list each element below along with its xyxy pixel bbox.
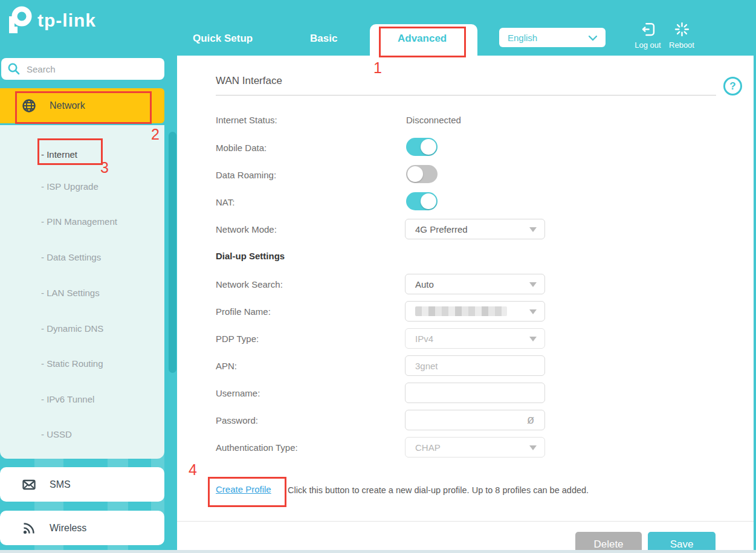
auth-type-value: CHAP xyxy=(415,442,441,453)
envelope-icon xyxy=(22,477,36,492)
data-roaming-label: Data Roaming: xyxy=(216,170,276,180)
dropdown-arrow-icon xyxy=(529,445,537,450)
page-title: WAN Interface xyxy=(216,75,282,87)
help-icon[interactable]: ? xyxy=(723,77,742,95)
submenu-item-isp-upgrade[interactable]: - ISP Upgrade xyxy=(41,181,99,192)
chevron-down-icon xyxy=(589,36,597,41)
password-input[interactable] xyxy=(405,410,545,430)
tp-link-logo-icon xyxy=(6,5,33,36)
sidebar-item-wireless-label: Wireless xyxy=(50,523,86,534)
brand-text: tp-link xyxy=(37,10,96,31)
network-mode-label: Network Mode: xyxy=(216,224,277,234)
toggle-knob xyxy=(421,139,436,155)
wifi-icon xyxy=(22,521,36,535)
logout-button[interactable]: Log out xyxy=(630,22,665,50)
username-label: Username: xyxy=(216,388,260,398)
tab-basic[interactable]: Basic xyxy=(310,33,337,45)
submenu-item-ussd[interactable]: - USSD xyxy=(41,429,72,439)
network-mode-value: 4G Preferred xyxy=(415,224,468,234)
submenu-item-lan-settings[interactable]: - LAN Settings xyxy=(41,288,100,298)
annotation-number-2: 2 xyxy=(151,126,160,143)
annotation-box-network xyxy=(15,91,152,124)
apn-label: APN: xyxy=(216,361,237,371)
dropdown-arrow-icon xyxy=(529,282,537,287)
logout-icon xyxy=(641,22,656,37)
router-admin-page: tp-link Quick Setup Basic Advanced Engli… xyxy=(0,0,756,553)
apn-input xyxy=(405,355,545,376)
annotation-number-4: 4 xyxy=(189,461,197,479)
dropdown-arrow-icon xyxy=(529,309,537,314)
submenu-item-static-routing[interactable]: - Static Routing xyxy=(41,358,103,369)
logout-label: Log out xyxy=(630,40,665,50)
submenu-item-ipv6-tunnel[interactable]: - IPv6 Tunnel xyxy=(41,394,94,404)
network-mode-select[interactable]: 4G Preferred xyxy=(405,219,545,239)
network-search-value: Auto xyxy=(415,279,434,289)
network-search-select[interactable]: Auto xyxy=(405,274,545,294)
reboot-label: Reboot xyxy=(666,40,697,50)
annotation-box-advanced xyxy=(379,27,466,57)
auth-type-select: CHAP xyxy=(405,437,545,458)
eye-off-icon[interactable]: ø xyxy=(527,413,534,425)
submenu-item-dynamic-dns[interactable]: - Dynamic DNS xyxy=(41,323,103,334)
nat-toggle[interactable] xyxy=(406,192,438,210)
pdp-type-value: IPv4 xyxy=(415,334,433,344)
internet-status-value: Disconnected xyxy=(406,115,461,125)
create-profile-description: Click this button to create a new dial-u… xyxy=(288,485,589,495)
reboot-button[interactable]: Reboot xyxy=(666,22,697,50)
title-divider xyxy=(216,95,716,95)
submenu-item-data-settings[interactable]: - Data Settings xyxy=(41,252,101,262)
data-roaming-toggle[interactable] xyxy=(406,165,438,183)
dropdown-arrow-icon xyxy=(529,337,537,341)
sidebar-item-sms[interactable]: SMS xyxy=(0,467,164,502)
profile-name-label: Profile Name: xyxy=(216,306,271,317)
toggle-knob xyxy=(421,193,436,209)
language-select[interactable]: English xyxy=(499,28,606,47)
search-input[interactable] xyxy=(25,63,149,75)
profile-name-redacted-value xyxy=(415,306,507,316)
toggle-knob xyxy=(407,166,423,182)
mobile-data-toggle[interactable] xyxy=(406,138,438,156)
annotation-box-internet xyxy=(37,138,103,165)
annotation-box-create-profile xyxy=(208,477,286,507)
search-icon xyxy=(7,62,21,76)
sidebar-item-wireless[interactable]: Wireless xyxy=(0,511,164,545)
tp-link-logo: tp-link xyxy=(6,5,96,36)
username-input[interactable] xyxy=(405,383,545,403)
reboot-icon xyxy=(674,22,690,37)
annotation-number-1: 1 xyxy=(373,59,382,77)
help-glyph: ? xyxy=(729,80,735,92)
tab-quick-setup[interactable]: Quick Setup xyxy=(193,33,253,45)
network-search-label: Network Search: xyxy=(216,279,283,289)
internet-status-label: Internet Status: xyxy=(216,115,277,125)
dropdown-arrow-icon xyxy=(529,227,537,232)
footer-divider xyxy=(177,521,754,522)
dialup-settings-heading: Dial-up Settings xyxy=(216,251,285,261)
page-bottom-edge xyxy=(0,550,756,553)
profile-name-select[interactable] xyxy=(405,301,545,322)
nat-label: NAT: xyxy=(216,197,234,207)
password-label: Password: xyxy=(216,415,258,425)
pdp-type-select: IPv4 xyxy=(405,328,545,349)
annotation-number-3: 3 xyxy=(100,159,109,176)
pdp-type-label: PDP Type: xyxy=(216,334,259,344)
mobile-data-label: Mobile Data: xyxy=(216,143,267,153)
sidebar-scrollbar[interactable] xyxy=(169,132,176,373)
sidebar-search[interactable] xyxy=(1,58,164,80)
language-selected-value: English xyxy=(508,33,537,43)
submenu-item-pin-management[interactable]: - PIN Management xyxy=(41,216,117,227)
auth-type-label: Authentication Type: xyxy=(216,442,298,453)
sidebar-item-sms-label: SMS xyxy=(50,479,71,490)
page-right-edge xyxy=(754,0,756,553)
network-submenu-panel: - Internet - ISP Upgrade - PIN Managemen… xyxy=(0,125,164,459)
